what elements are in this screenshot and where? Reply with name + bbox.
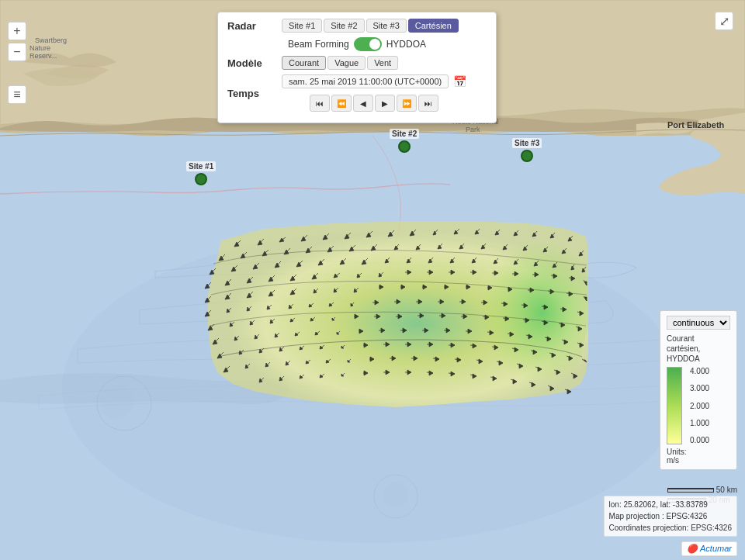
scale-50km: 50 km (667, 486, 737, 494)
site3-label: Site #3 (512, 138, 542, 148)
beam-forming-toggle[interactable] (354, 37, 382, 51)
svg-text:Park: Park (466, 126, 480, 133)
time-display: sam. 25 mai 2019 11:00:00 (UTC+0000) 📅 (282, 74, 466, 88)
radar-row: Radar Site #1 Site #2 Site #3 Cartésien (227, 19, 487, 33)
color-legend: continuous Courantcartésien,HYDDOA 4.000… (660, 310, 737, 470)
temps-controls: sam. 25 mai 2019 11:00:00 (UTC+0000) 📅 ⏮… (282, 74, 466, 112)
time-value: sam. 25 mai 2019 11:00:00 (UTC+0000) (282, 74, 449, 88)
model-row: Modèle Courant Vague Vent (227, 56, 487, 70)
svg-point-6 (383, 482, 408, 507)
legend-labels: 4.000 3.000 2.000 1.000 0.000 (690, 367, 709, 444)
scale-50km-line (667, 488, 714, 493)
pan-tool-button[interactable]: ≡ (8, 85, 26, 104)
actumar-text: 🔴 Actumar (687, 544, 732, 553)
legend-value-4: 4.000 (690, 367, 709, 375)
svg-text:Swartberg: Swartberg (35, 36, 67, 44)
actumar-logo: 🔴 Actumar (681, 541, 737, 556)
site3-dot[interactable] (521, 150, 533, 162)
play-prev-button[interactable]: ◀ (353, 95, 373, 112)
site1-marker[interactable]: Site #1 (186, 161, 216, 185)
legend-value-2: 2.000 (690, 402, 709, 410)
map-projection: Map projection : EPSG:4326 (609, 510, 732, 522)
courant-button[interactable]: Courant (282, 56, 326, 70)
beam-forming-controls: Beam Forming HYDDOA (288, 37, 426, 51)
temps-row: Temps sam. 25 mai 2019 11:00:00 (UTC+000… (227, 74, 487, 112)
site2-dot[interactable] (398, 140, 411, 153)
control-panel: Radar Site #1 Site #2 Site #3 Cartésien … (217, 12, 497, 123)
site2-marker[interactable]: Site #2 (390, 129, 419, 153)
temps-label: Temps (227, 88, 282, 99)
fullscreen-icon: ⤢ (719, 14, 729, 29)
site-buttons: Site #1 Site #2 Site #3 Cartésien (282, 19, 459, 33)
legend-units-value: m/s (667, 456, 679, 465)
site1-button[interactable]: Site #1 (282, 19, 322, 33)
site1-dot[interactable] (195, 173, 207, 185)
legend-dropdown[interactable]: continuous (667, 316, 730, 330)
zoom-in-button[interactable]: + (8, 22, 26, 40)
coord-projection: Coordinates projection: EPSG:4326 (609, 522, 732, 534)
play-next-fast-button[interactable]: ⏩ (397, 95, 417, 112)
svg-text:Nature: Nature (29, 44, 50, 52)
svg-text:Reserv...: Reserv... (29, 52, 57, 60)
zoom-out-button[interactable]: − (8, 43, 26, 61)
model-label: Modèle (227, 57, 282, 69)
model-buttons: Courant Vague Vent (282, 56, 398, 70)
vague-button[interactable]: Vague (327, 56, 366, 70)
vent-button[interactable]: Vent (367, 56, 398, 70)
site3-marker[interactable]: Site #3 (512, 138, 542, 162)
site2-button[interactable]: Site #2 (324, 19, 364, 33)
coordinates-display: lon: 25.82062, lat: -33.83789 Map projec… (604, 496, 737, 537)
play-last-button[interactable]: ⏭ (418, 95, 438, 112)
legend-value-0: 0.000 (690, 436, 709, 444)
pan-icon: ≡ (13, 88, 20, 102)
site3-button[interactable]: Site #3 (366, 19, 407, 33)
fullscreen-button[interactable]: ⤢ (715, 12, 733, 30)
play-first-button[interactable]: ⏮ (310, 95, 330, 112)
hyddoa-label: HYDDOA (386, 39, 426, 50)
legend-gradient (667, 367, 682, 444)
svg-text:Port Elizabeth: Port Elizabeth (667, 120, 725, 130)
beam-forming-row: Beam Forming HYDDOA (227, 37, 487, 51)
legend-value-3: 3.000 (690, 384, 709, 392)
scale-50km-label: 50 km (716, 486, 737, 494)
lon-lat: lon: 25.82062, lat: -33.83789 (609, 499, 732, 510)
legend-value-1: 1.000 (690, 419, 709, 427)
play-next-button[interactable]: ▶ (375, 95, 395, 112)
playback-controls: ⏮ ⏪ ◀ ▶ ⏩ ⏭ (282, 95, 466, 112)
radar-label: Radar (227, 20, 282, 32)
site2-label: Site #2 (390, 129, 419, 139)
play-prev-fast-button[interactable]: ⏪ (331, 95, 352, 112)
beam-forming-label: Beam Forming (288, 39, 349, 50)
legend-title: Courantcartésien,HYDDOA (667, 334, 730, 364)
site1-label: Site #1 (186, 161, 216, 171)
cartesien-button[interactable]: Cartésien (408, 19, 459, 33)
legend-units: Units: m/s (667, 448, 730, 465)
legend-units-label: Units: (667, 448, 687, 456)
map-container: Swartberg Nature Reserv... Garden Route … (0, 0, 745, 560)
calendar-icon[interactable]: 📅 (453, 75, 466, 88)
